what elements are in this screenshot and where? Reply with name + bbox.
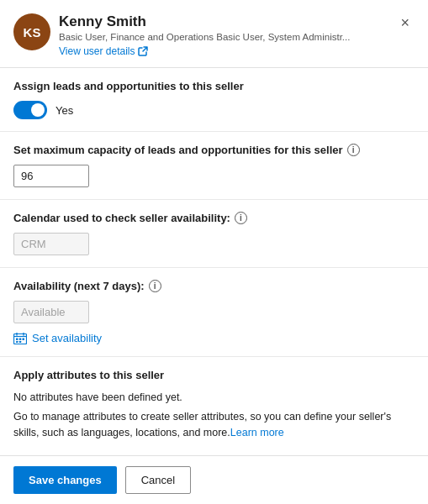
availability-section: Availability (next 7 days): i bbox=[0, 268, 428, 357]
header: KS Kenny Smith Basic User, Finance and O… bbox=[0, 0, 428, 68]
panel: KS Kenny Smith Basic User, Finance and O… bbox=[0, 0, 428, 504]
view-user-details-label: View user details bbox=[59, 45, 135, 57]
calendar-info-icon[interactable]: i bbox=[235, 212, 247, 224]
availability-info-icon[interactable]: i bbox=[149, 280, 161, 292]
svg-rect-8 bbox=[19, 341, 22, 343]
attributes-description: Go to manage attributes to create seller… bbox=[13, 409, 415, 441]
footer: Save changes Cancel bbox=[0, 455, 428, 504]
assign-section-label: Assign leads and opportunities to this s… bbox=[13, 80, 415, 92]
calendar-section: Calendar used to check seller availabili… bbox=[0, 200, 428, 268]
calendar-icon bbox=[13, 333, 27, 344]
svg-rect-6 bbox=[23, 338, 25, 340]
header-info: Kenny Smith Basic User, Finance and Oper… bbox=[59, 13, 395, 57]
capacity-section: Set maximum capacity of leads and opport… bbox=[0, 132, 428, 200]
svg-rect-7 bbox=[16, 341, 18, 343]
svg-rect-5 bbox=[19, 338, 22, 340]
availability-label: Availability (next 7 days): bbox=[13, 280, 145, 292]
assign-section: Assign leads and opportunities to this s… bbox=[0, 68, 428, 132]
attributes-section-label: Apply attributes to this seller bbox=[13, 369, 415, 381]
calendar-input bbox=[13, 233, 89, 255]
set-availability-link[interactable]: Set availability bbox=[13, 332, 415, 344]
no-attributes-text: No attributes have been defined yet. bbox=[13, 390, 415, 406]
toggle-yes-label: Yes bbox=[55, 104, 73, 117]
capacity-section-header: Set maximum capacity of leads and opport… bbox=[13, 144, 415, 156]
user-roles: Basic User, Finance and Operations Basic… bbox=[59, 32, 395, 42]
calendar-section-header: Calendar used to check seller availabili… bbox=[13, 212, 415, 224]
avatar-initials: KS bbox=[24, 25, 41, 39]
view-user-details-link[interactable]: View user details bbox=[59, 45, 395, 57]
avatar: KS bbox=[13, 13, 50, 50]
set-availability-label: Set availability bbox=[32, 332, 102, 344]
save-changes-button[interactable]: Save changes bbox=[13, 466, 117, 494]
user-name: Kenny Smith bbox=[59, 13, 395, 30]
availability-section-header: Availability (next 7 days): i bbox=[13, 280, 415, 292]
toggle-thumb bbox=[31, 103, 45, 117]
learn-more-link[interactable]: Learn more bbox=[230, 427, 284, 438]
capacity-info-icon[interactable]: i bbox=[347, 144, 360, 156]
cancel-button[interactable]: Cancel bbox=[125, 466, 191, 494]
capacity-input[interactable] bbox=[13, 165, 89, 187]
close-button[interactable]: × bbox=[395, 13, 415, 32]
content: Assign leads and opportunities to this s… bbox=[0, 68, 428, 455]
availability-input bbox=[13, 301, 89, 323]
toggle-row: Yes bbox=[13, 101, 415, 119]
calendar-label: Calendar used to check seller availabili… bbox=[13, 212, 230, 224]
capacity-label: Set maximum capacity of leads and opport… bbox=[13, 144, 343, 156]
svg-rect-4 bbox=[16, 338, 18, 340]
external-link-icon bbox=[138, 46, 148, 56]
attributes-section: Apply attributes to this seller No attri… bbox=[0, 357, 428, 452]
assign-toggle[interactable] bbox=[13, 101, 47, 119]
